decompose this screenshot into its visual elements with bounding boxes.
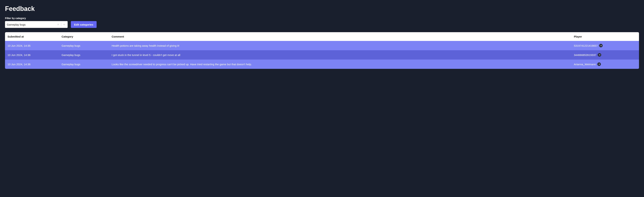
player-link-button[interactable] [598, 53, 601, 57]
feedback-table: Submitted at Category Comment Player 10 … [5, 32, 639, 69]
table-row: 10 Jun 2024, 14:35 Gameplay bugs Health … [5, 41, 639, 50]
cell-submitted-at: 10 Jun 2024, 14:35 [8, 44, 62, 47]
cell-comment: Looks like the screwdriver needed to pro… [112, 63, 574, 66]
chevron-down-icon[interactable] [62, 23, 66, 26]
table-row: 10 Jun 2024, 14:36 Gameplay bugs I got s… [5, 50, 639, 59]
cell-submitted-at: 10 Jun 2024, 14:36 [8, 63, 62, 66]
header-category: Category [62, 35, 112, 38]
cell-player: Arianna_Weimann [574, 62, 636, 66]
cell-player: 5319741221419837 [574, 44, 636, 47]
cell-comment: I got stuck in the tunnel in level 5 - c… [112, 53, 574, 56]
cell-category: Gameplay bugs [62, 44, 112, 47]
category-select[interactable]: Gameplay bugs [5, 21, 68, 28]
edit-categories-button[interactable]: Edit categories [71, 21, 96, 28]
select-divider [61, 23, 61, 26]
filter-label: Filter by category [5, 17, 68, 20]
cell-category: Gameplay bugs [62, 63, 112, 66]
cell-submitted-at: 10 Jun 2024, 14:36 [8, 53, 62, 56]
player-id: Arianna_Weimann [574, 63, 596, 66]
clear-icon[interactable] [57, 23, 60, 26]
cell-comment: Health potions are taking away health in… [112, 44, 574, 47]
select-value: Gameplay bugs [7, 23, 57, 26]
table-header: Submitted at Category Comment Player [5, 32, 639, 41]
cell-category: Gameplay bugs [62, 53, 112, 56]
player-link-button[interactable] [597, 62, 601, 66]
arrow-right-icon [600, 44, 602, 47]
header-player: Player [574, 35, 636, 38]
header-comment: Comment [112, 35, 574, 38]
cell-player: 344666853919337 [574, 53, 636, 57]
table-row: 10 Jun 2024, 14:36 Gameplay bugs Looks l… [5, 59, 639, 69]
player-link-button[interactable] [599, 44, 603, 47]
arrow-right-icon [598, 54, 600, 56]
arrow-right-icon [598, 63, 600, 65]
filter-section: Filter by category Gameplay bugs Edit ca… [5, 17, 639, 28]
player-id: 5319741221419837 [574, 44, 598, 47]
select-controls [57, 23, 66, 26]
header-submitted-at: Submitted at [8, 35, 62, 38]
filter-group: Filter by category Gameplay bugs [5, 17, 68, 28]
page-title: Feedback [5, 5, 639, 12]
player-id: 344666853919337 [574, 53, 596, 56]
